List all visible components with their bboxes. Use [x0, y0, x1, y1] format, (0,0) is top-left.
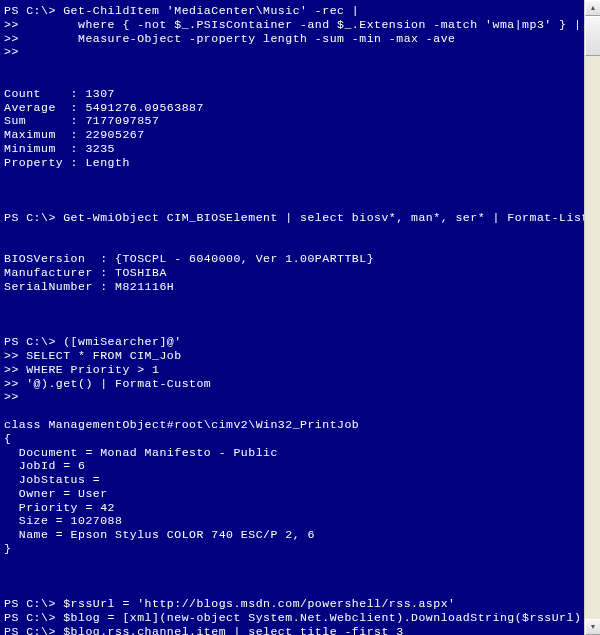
terminal-line: class ManagementObject#root\cimv2\Win32_… — [4, 418, 584, 432]
terminal-line: JobId = 6 — [4, 459, 584, 473]
terminal-line — [4, 225, 584, 239]
terminal-line: >> WHERE Priority > 1 — [4, 363, 584, 377]
terminal-line — [4, 170, 584, 184]
terminal-line: Manufacturer : TOSHIBA — [4, 266, 584, 280]
terminal-line: Count : 1307 — [4, 87, 584, 101]
terminal-line: Property : Length — [4, 156, 584, 170]
terminal-line: PS C:\> Get-WmiObject CIM_BIOSElement | … — [4, 211, 584, 225]
terminal-line: { — [4, 432, 584, 446]
terminal-line: PS C:\> $blog.rss.channel.item | select … — [4, 625, 584, 635]
terminal-line: PS C:\> ([wmiSearcher]@' — [4, 335, 584, 349]
terminal-line: >> Measure-Object -property length -sum … — [4, 32, 584, 46]
terminal-line — [4, 239, 584, 253]
scrollbar-down-button[interactable]: ▼ — [585, 619, 600, 635]
terminal-line — [4, 183, 584, 197]
scrollbar-up-button[interactable]: ▲ — [585, 0, 600, 16]
terminal-line: Maximum : 22905267 — [4, 128, 584, 142]
terminal-line — [4, 308, 584, 322]
terminal-line: >> SELECT * FROM CIM_Job — [4, 349, 584, 363]
powershell-terminal[interactable]: PS C:\> Get-ChildItem 'MediaCenter\Music… — [0, 0, 584, 635]
terminal-line: PS C:\> $blog = [xml](new-object System.… — [4, 611, 584, 625]
terminal-line — [4, 583, 584, 597]
terminal-line: >> where { -not $_.PSIsContainer -and $_… — [4, 18, 584, 32]
terminal-line: Owner = User — [4, 487, 584, 501]
terminal-line: >> — [4, 45, 584, 59]
terminal-line — [4, 321, 584, 335]
terminal-line: Average : 5491276.09563887 — [4, 101, 584, 115]
terminal-line: Priority = 42 — [4, 501, 584, 515]
terminal-line — [4, 294, 584, 308]
terminal-line: >> '@).get() | Format-Custom — [4, 377, 584, 391]
terminal-line: Size = 1027088 — [4, 514, 584, 528]
terminal-line — [4, 556, 584, 570]
terminal-line — [4, 197, 584, 211]
terminal-line: PS C:\> Get-ChildItem 'MediaCenter\Music… — [4, 4, 584, 18]
terminal-line: BIOSVersion : {TOSCPL - 6040000, Ver 1.0… — [4, 252, 584, 266]
terminal-line — [4, 59, 584, 73]
chevron-up-icon: ▲ — [590, 4, 597, 12]
terminal-line: Name = Epson Stylus COLOR 740 ESC/P 2, 6 — [4, 528, 584, 542]
terminal-line: Document = Monad Manifesto - Public — [4, 446, 584, 460]
terminal-line: Sum : 7177097857 — [4, 114, 584, 128]
terminal-line — [4, 73, 584, 87]
terminal-line — [4, 570, 584, 584]
terminal-line: PS C:\> $rssUrl = 'http://blogs.msdn.com… — [4, 597, 584, 611]
terminal-line: >> — [4, 390, 584, 404]
terminal-line: } — [4, 542, 584, 556]
terminal-line — [4, 404, 584, 418]
chevron-down-icon: ▼ — [590, 623, 597, 631]
vertical-scrollbar[interactable]: ▲ ▼ — [584, 0, 600, 635]
terminal-line: JobStatus = — [4, 473, 584, 487]
terminal-line: SerialNumber : M821116H — [4, 280, 584, 294]
terminal-line: Minimum : 3235 — [4, 142, 584, 156]
scrollbar-thumb[interactable] — [585, 16, 600, 56]
